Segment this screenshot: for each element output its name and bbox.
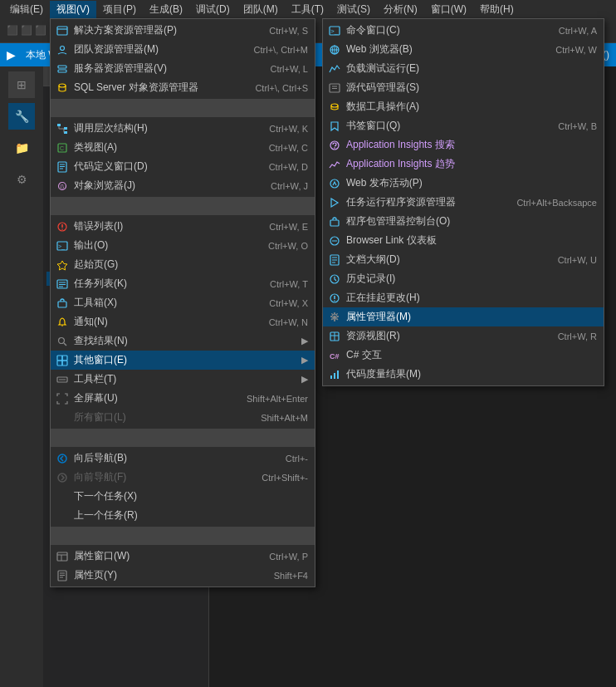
sidebar-icon-3[interactable]: 📁: [8, 135, 35, 161]
menu-item-call-hierarchy[interactable]: 调用层次结构(H) Ctrl+W, K: [51, 119, 315, 138]
doc-outline-icon: [326, 254, 343, 266]
svg-point-32: [59, 337, 65, 343]
menu-analyze[interactable]: 分析(N): [377, 1, 424, 18]
menu-item-sql-server[interactable]: SQL Server 对象资源管理器 Ctrl+\, Ctrl+S: [51, 78, 315, 97]
menu-project[interactable]: 项目(P): [96, 1, 143, 18]
task-runner-icon: [326, 197, 343, 209]
svg-text:C#: C#: [330, 352, 340, 361]
sidebar-icon-4[interactable]: ⚙: [8, 166, 35, 193]
submenu-ai-search[interactable]: Application Insights 搜索: [323, 135, 604, 155]
menu-test[interactable]: 测试(S): [330, 1, 377, 18]
submenu-load-test[interactable]: 负载测试运行(E): [323, 59, 604, 78]
menu-help[interactable]: 帮助(H): [473, 1, 521, 18]
submenu-ai-trends[interactable]: Application Insights 趋势: [323, 155, 604, 174]
team-explorer-icon: [54, 44, 71, 56]
svg-rect-30: [58, 302, 66, 307]
menu-item-prev-task[interactable]: 上一个任务(R): [51, 506, 315, 525]
menu-debug[interactable]: 调试(D): [189, 1, 237, 18]
menu-item-team-explorer[interactable]: 团队资源管理器(M) Ctrl+\, Ctrl+M: [51, 40, 315, 59]
property-page-icon: [54, 570, 71, 581]
menu-item-property-page[interactable]: 属性页(Y) Shift+F4: [51, 566, 315, 585]
menu-window[interactable]: 窗口(W): [424, 1, 473, 18]
menu-item-class-view[interactable]: C 类视图(A) Ctrl+W, C: [51, 138, 315, 157]
menu-tools[interactable]: 工具(T): [285, 1, 330, 18]
svg-rect-0: [57, 27, 67, 35]
sidebar-icon-1[interactable]: ⊞: [8, 71, 35, 98]
submenu-bookmarks[interactable]: 书签窗口(Q) Ctrl+W, B: [323, 116, 604, 135]
menu-item-object-browser[interactable]: {} 对象浏览器(J) Ctrl+W, J: [51, 176, 315, 195]
submenu-csharp-interactive[interactable]: C# C# 交互: [323, 346, 604, 365]
svg-marker-25: [57, 261, 67, 270]
menu-item-toolbox[interactable]: 工具箱(X) Ctrl+W, X: [51, 293, 315, 312]
submenu-package-manager[interactable]: 程序包管理器控制台(O): [323, 212, 604, 231]
svg-rect-7: [64, 127, 67, 130]
ai-trends-icon: [326, 159, 343, 170]
sidebar-icon-2[interactable]: 🔧: [8, 103, 35, 130]
menu-item-nav-back[interactable]: 向后导航(B) Ctrl+-: [51, 449, 315, 468]
svg-rect-79: [330, 375, 332, 379]
svg-rect-34: [57, 356, 62, 361]
menu-item-fullscreen[interactable]: 全屏幕(U) Shift+Alt+Enter: [51, 389, 315, 408]
property-manager-icon: [326, 312, 343, 323]
code-definition-icon: [54, 161, 71, 173]
menu-item-toolbar[interactable]: 工具栏(T) ▶: [51, 370, 315, 389]
left-sidebar: ⊞ 🔧 📁 ⚙: [0, 66, 43, 687]
submenu-source-control[interactable]: 源代码管理器(S): [323, 78, 604, 97]
svg-point-73: [334, 300, 335, 302]
toolbar-icon: [54, 374, 71, 385]
toolbox-icon: [54, 297, 71, 309]
web-publish-icon: [326, 178, 343, 189]
submenu-browser-link[interactable]: Browser Link 仪表板: [323, 231, 604, 250]
menu-item-next-task[interactable]: 下一个任务(X): [51, 487, 315, 506]
menu-item-code-definition[interactable]: 代码定义窗口(D) Ctrl+W, D: [51, 157, 315, 176]
menu-item-other-windows[interactable]: 其他窗口(E) ▶: [51, 351, 315, 370]
menu-item-find-results[interactable]: 查找结果(N) ▶: [51, 331, 315, 351]
menu-team[interactable]: 团队(M): [237, 1, 285, 18]
submenu-web-browser[interactable]: Web 浏览器(B) Ctrl+W, W: [323, 40, 604, 59]
find-results-icon: [54, 336, 71, 347]
submenu-property-manager[interactable]: 属性管理器(M): [323, 307, 604, 326]
svg-text:C: C: [60, 145, 64, 151]
svg-rect-36: [57, 361, 62, 366]
submenu-data-tools[interactable]: 数据工具操作(A): [323, 97, 604, 116]
other-windows-icon: [54, 355, 71, 366]
nav-forward-icon: [54, 472, 71, 483]
submenu-doc-outline[interactable]: 文档大纲(D) Ctrl+W, U: [323, 250, 604, 269]
pending-changes-icon: [326, 292, 343, 304]
svg-rect-42: [57, 552, 67, 561]
menu-edit[interactable]: 编辑(E): [3, 1, 50, 18]
menu-item-output[interactable]: >_ 输出(O) Ctrl+W, O: [51, 236, 315, 255]
submenu-command-window[interactable]: >_ 命令窗口(C) Ctrl+W, A: [323, 21, 604, 40]
svg-point-58: [331, 104, 338, 107]
menu-item-error-list[interactable]: 错误列表(I) Ctrl+W, E: [51, 217, 315, 236]
menu-item-start-page[interactable]: 起始页(G): [51, 255, 315, 274]
submenu-resource-view[interactable]: 资源视图(R) Ctrl+W, R: [323, 326, 604, 346]
menu-item-server-explorer[interactable]: 服务器资源管理器(V) Ctrl+W, L: [51, 59, 315, 78]
csharp-interactive-icon: C#: [326, 350, 343, 361]
menu-item-solution-explorer[interactable]: 解决方案资源管理器(P) Ctrl+W, S: [51, 21, 315, 40]
submenu-web-publish[interactable]: Web 发布活动(P): [323, 174, 604, 193]
server-explorer-icon: [54, 63, 71, 75]
menu-build[interactable]: 生成(B): [143, 1, 189, 18]
svg-rect-81: [337, 370, 339, 379]
class-view-icon: C: [54, 142, 71, 154]
menu-item-notification[interactable]: 通知(N) Ctrl+W, N: [51, 312, 315, 331]
submenu-task-runner[interactable]: 任务运行程序资源管理器 Ctrl+Alt+Backsapce: [323, 193, 604, 212]
separator-3: [51, 429, 315, 447]
find-results-arrow: ▶: [301, 336, 308, 346]
submenu-pending-changes[interactable]: 正在挂起更改(H): [323, 288, 604, 307]
call-hierarchy-icon: [54, 123, 71, 135]
source-control-icon: [326, 82, 343, 94]
menu-view[interactable]: 视图(V): [50, 1, 96, 18]
output-icon: >_: [54, 240, 71, 252]
submenu-code-metrics[interactable]: 代码度量结果(M): [323, 365, 604, 384]
svg-point-40: [58, 454, 66, 463]
command-window-icon: >_: [326, 25, 343, 37]
menu-item-properties-window[interactable]: 属性窗口(W) Ctrl+W, P: [51, 547, 315, 566]
submenu-history[interactable]: 历史记录(I): [323, 269, 604, 288]
play-button[interactable]: ▶: [7, 48, 16, 61]
menu-item-task-list[interactable]: 任务列表(K) Ctrl+W, T: [51, 274, 315, 293]
toolbar-arrow: ▶: [301, 374, 308, 385]
browser-link-icon: [326, 235, 343, 247]
package-manager-icon: [326, 216, 343, 228]
